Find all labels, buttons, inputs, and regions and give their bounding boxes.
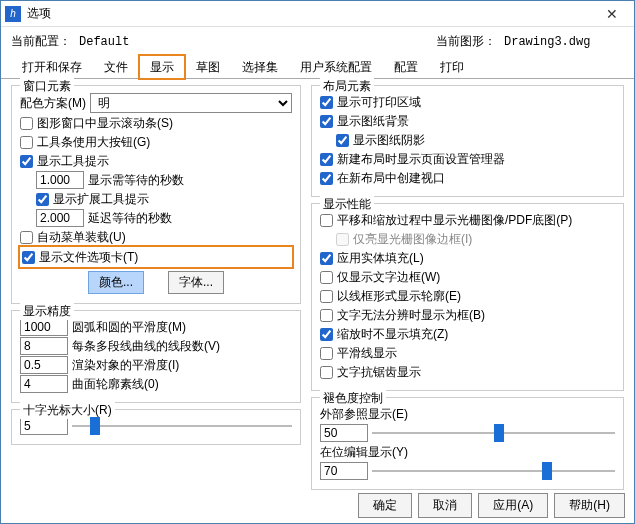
chk-large-buttons[interactable]: [20, 136, 33, 149]
chk-smooth-line[interactable]: [320, 347, 333, 360]
group-window-elements: 窗口元素 配色方案(M) 明 图形窗口中显示滚动条(S) 工具条使用大按钮(G)…: [11, 85, 301, 304]
chk-text-frame[interactable]: [320, 271, 333, 284]
close-button[interactable]: ✕: [594, 2, 630, 26]
surface-contour-input[interactable]: [20, 375, 68, 393]
help-button[interactable]: 帮助(H): [554, 493, 625, 518]
chk-auto-menu-load[interactable]: [20, 231, 33, 244]
group-display-perf: 显示性能 平移和缩放过程中显示光栅图像/PDF底图(P) 仅亮显光栅图像边框(I…: [311, 203, 624, 391]
lbl-wireframe-silh: 以线框形式显示轮廓(E): [337, 287, 461, 305]
color-button[interactable]: 颜色...: [88, 271, 144, 294]
crosshair-slider[interactable]: [72, 418, 292, 434]
render-smooth-input[interactable]: [20, 356, 68, 374]
group-fade-control: 褪色度控制 外部参照显示(E) 在位编辑显示(Y): [311, 397, 624, 490]
chk-printable-area[interactable]: [320, 96, 333, 109]
chk-wireframe-silh[interactable]: [320, 290, 333, 303]
chk-tooltips[interactable]: [20, 155, 33, 168]
surface-contour-label: 曲面轮廓素线(0): [72, 375, 159, 393]
app-icon: h: [5, 6, 21, 22]
arc-smooth-input[interactable]: [20, 318, 68, 336]
font-button[interactable]: 字体...: [168, 271, 224, 294]
inplace-label: 在位编辑显示(Y): [320, 443, 408, 461]
chk-file-tabs[interactable]: [22, 251, 35, 264]
chk-antialias-text[interactable]: [320, 366, 333, 379]
lbl-tooltips: 显示工具提示: [37, 152, 109, 170]
chk-ext-tooltips[interactable]: [36, 193, 49, 206]
color-scheme-label: 配色方案(M): [20, 94, 86, 112]
seconds-delay-input[interactable]: [36, 209, 84, 227]
config-info-row: 当前配置： Default 当前图形： Drawing3.dwg: [1, 27, 634, 52]
chk-pan-zoom-raster[interactable]: [320, 214, 333, 227]
ok-button[interactable]: 确定: [358, 493, 412, 518]
lbl-solid-fill: 应用实体填充(L): [337, 249, 424, 267]
color-scheme-select[interactable]: 明: [90, 93, 292, 113]
tabs-bar: 打开和保存 文件 显示 草图 选择集 用户系统配置 配置 打印: [1, 52, 634, 79]
lbl-paper-shadow: 显示图纸阴影: [353, 131, 425, 149]
seconds-show-label: 显示需等待的秒数: [88, 171, 184, 189]
polyline-segments-input[interactable]: [20, 337, 68, 355]
lbl-pan-zoom-raster: 平移和缩放过程中显示光栅图像/PDF底图(P): [337, 211, 572, 229]
inplace-slider[interactable]: [372, 463, 615, 479]
tab-open-save[interactable]: 打开和保存: [11, 55, 93, 79]
chk-no-fill-zoom[interactable]: [320, 328, 333, 341]
group-title-window-elements: 窗口元素: [20, 78, 74, 95]
lbl-smooth-line: 平滑线显示: [337, 344, 397, 362]
current-drawing-value: Drawing3.dwg: [504, 35, 624, 49]
current-drawing-label: 当前图形：: [436, 33, 496, 50]
seconds-show-input[interactable]: [36, 171, 84, 189]
tab-user-sys[interactable]: 用户系统配置: [289, 55, 383, 79]
xref-slider[interactable]: [372, 425, 615, 441]
tab-display[interactable]: 显示: [139, 55, 185, 79]
group-title-layout-elements: 布局元素: [320, 78, 374, 95]
tab-print[interactable]: 打印: [429, 55, 475, 79]
cancel-button[interactable]: 取消: [418, 493, 472, 518]
title-bar: h 选项 ✕: [1, 1, 634, 27]
lbl-large-buttons: 工具条使用大按钮(G): [37, 133, 150, 151]
chk-illegible-text[interactable]: [320, 309, 333, 322]
lbl-scrollbars: 图形窗口中显示滚动条(S): [37, 114, 173, 132]
lbl-no-fill-zoom: 缩放时不显示填充(Z): [337, 325, 448, 343]
group-display-precision: 显示精度 圆弧和圆的平滑度(M) 每条多段线曲线的线段数(V) 渲染对象的平滑度…: [11, 310, 301, 403]
xref-value-input[interactable]: [320, 424, 368, 442]
group-title-display-precision: 显示精度: [20, 303, 74, 320]
render-smooth-label: 渲染对象的平滑度(I): [72, 356, 179, 374]
chk-new-layout-setup[interactable]: [320, 153, 333, 166]
lbl-paper-bg: 显示图纸背景: [337, 112, 409, 130]
chk-paper-bg[interactable]: [320, 115, 333, 128]
tab-drafting[interactable]: 草图: [185, 55, 231, 79]
chk-create-viewport[interactable]: [320, 172, 333, 185]
chk-solid-fill[interactable]: [320, 252, 333, 265]
lbl-antialias-text: 文字抗锯齿显示: [337, 363, 421, 381]
inplace-value-input[interactable]: [320, 462, 368, 480]
window-title: 选项: [27, 5, 51, 22]
current-config-label: 当前配置：: [11, 33, 71, 50]
xref-label: 外部参照显示(E): [320, 405, 408, 423]
chk-scrollbars[interactable]: [20, 117, 33, 130]
lbl-illegible-text: 文字无法分辨时显示为框(B): [337, 306, 485, 324]
apply-button[interactable]: 应用(A): [478, 493, 548, 518]
chk-highlight-raster-frame: [336, 233, 349, 246]
chk-paper-shadow[interactable]: [336, 134, 349, 147]
tab-config[interactable]: 配置: [383, 55, 429, 79]
current-config-value: Default: [79, 35, 199, 49]
lbl-highlight-raster-frame: 仅亮显光栅图像边框(I): [353, 230, 472, 248]
lbl-auto-menu-load: 自动菜单装载(U): [37, 228, 126, 246]
lbl-file-tabs: 显示文件选项卡(T): [39, 248, 138, 266]
arc-smooth-label: 圆弧和圆的平滑度(M): [72, 318, 186, 336]
lbl-ext-tooltips: 显示扩展工具提示: [53, 190, 149, 208]
lbl-new-layout-setup: 新建布局时显示页面设置管理器: [337, 150, 505, 168]
crosshair-size-input[interactable]: [20, 417, 68, 435]
tab-selection[interactable]: 选择集: [231, 55, 289, 79]
tab-file[interactable]: 文件: [93, 55, 139, 79]
group-title-crosshair: 十字光标大小(R): [20, 402, 115, 419]
lbl-text-frame: 仅显示文字边框(W): [337, 268, 440, 286]
group-title-display-perf: 显示性能: [320, 196, 374, 213]
group-crosshair: 十字光标大小(R): [11, 409, 301, 445]
dialog-buttons: 确定 取消 应用(A) 帮助(H): [358, 493, 625, 518]
seconds-delay-label: 延迟等待的秒数: [88, 209, 172, 227]
group-layout-elements: 布局元素 显示可打印区域 显示图纸背景 显示图纸阴影 新建布局时显示页面设置管理…: [311, 85, 624, 197]
lbl-printable-area: 显示可打印区域: [337, 93, 421, 111]
group-title-fade-control: 褪色度控制: [320, 390, 386, 407]
polyline-segments-label: 每条多段线曲线的线段数(V): [72, 337, 220, 355]
lbl-create-viewport: 在新布局中创建视口: [337, 169, 445, 187]
